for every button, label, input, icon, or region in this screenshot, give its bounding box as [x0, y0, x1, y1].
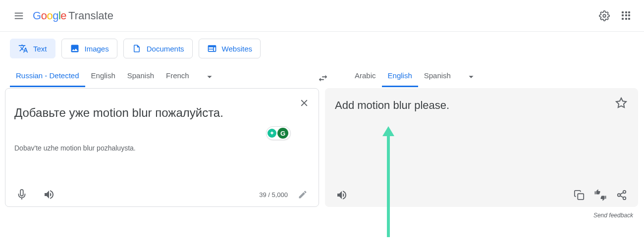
image-icon: [70, 44, 80, 53]
translate-panels: Добавьте уже motion blur пожалуйста. ✦ G…: [0, 87, 644, 207]
target-panel: Add motion blur please.: [325, 88, 638, 207]
grammarly-widget[interactable]: ✦ G: [266, 126, 291, 140]
menu-icon: [13, 10, 24, 21]
svg-rect-6: [578, 194, 584, 200]
microphone-icon: [16, 189, 27, 200]
website-icon: [207, 44, 217, 53]
source-language-bar: Russian - Detected English Spanish Frenc…: [10, 71, 317, 87]
svg-point-7: [623, 191, 626, 194]
copy-translation-button[interactable]: [574, 190, 585, 200]
source-lang-spanish[interactable]: Spanish: [121, 71, 160, 87]
chevron-down-icon: [204, 71, 215, 82]
logo[interactable]: Google Translate: [33, 9, 113, 22]
share-icon: [616, 190, 627, 200]
mode-images-label: Images: [85, 45, 109, 53]
language-selectors: Russian - Detected English Spanish Frenc…: [0, 58, 644, 87]
speaker-icon: [43, 189, 55, 200]
copy-icon: [574, 190, 585, 200]
target-lang-more[interactable]: [466, 72, 477, 86]
listen-source-button[interactable]: [43, 189, 55, 200]
document-icon: [132, 44, 142, 53]
chevron-down-icon: [466, 71, 477, 82]
translate-icon: [18, 44, 28, 53]
grammarly-logo-icon: G: [277, 128, 288, 139]
character-count: 39 / 5,000: [259, 191, 288, 199]
target-footer: [325, 189, 638, 201]
swap-icon: [318, 73, 328, 84]
grammarly-plus-icon: ✦: [268, 129, 276, 138]
speaker-icon: [336, 189, 348, 201]
google-apps-button[interactable]: [616, 6, 636, 26]
svg-line-11: [620, 193, 623, 195]
thumbs-icon: [594, 189, 606, 201]
star-icon: [615, 97, 627, 109]
source-lang-french[interactable]: French: [160, 71, 195, 87]
save-translation-button[interactable]: [615, 97, 627, 109]
apps-grid-icon: [622, 11, 631, 20]
mode-images[interactable]: Images: [61, 39, 117, 58]
target-lang-spanish[interactable]: Spanish: [418, 71, 457, 87]
source-lang-english[interactable]: English: [85, 71, 121, 87]
svg-point-3: [603, 14, 606, 17]
main-menu-button[interactable]: [9, 6, 29, 26]
svg-point-9: [623, 197, 626, 200]
google-logo: Google: [33, 9, 66, 22]
source-lang-detected[interactable]: Russian - Detected: [10, 71, 85, 87]
gear-icon: [599, 10, 610, 21]
target-language-bar: Arabic English Spanish: [349, 71, 477, 87]
swap-languages-button[interactable]: [313, 68, 333, 88]
translation-output: Add motion blur please.: [325, 88, 638, 112]
pencil-icon: [298, 190, 308, 200]
source-panel: Добавьте уже motion blur пожалуйста. ✦ G…: [5, 88, 319, 207]
keyboard-button[interactable]: [298, 190, 308, 200]
listen-target-button[interactable]: [336, 189, 348, 201]
rate-translation-button[interactable]: [594, 189, 606, 201]
settings-button[interactable]: [594, 6, 614, 26]
mode-text[interactable]: Text: [10, 39, 55, 58]
svg-point-8: [618, 194, 621, 197]
mode-documents-label: Documents: [147, 45, 184, 53]
target-lang-arabic[interactable]: Arabic: [349, 71, 382, 87]
header: Google Translate: [0, 0, 644, 32]
mode-text-label: Text: [33, 45, 47, 53]
svg-line-10: [620, 196, 623, 198]
share-translation-button[interactable]: [616, 190, 627, 200]
source-footer: 39 / 5,000: [5, 189, 319, 200]
product-name: Translate: [68, 9, 113, 22]
mode-documents[interactable]: Documents: [123, 39, 193, 58]
mode-tabs: Text Images Documents Websites: [0, 32, 644, 58]
clear-source-button[interactable]: [299, 98, 310, 108]
mode-websites[interactable]: Websites: [199, 39, 261, 58]
close-icon: [299, 98, 310, 108]
svg-marker-5: [616, 98, 626, 107]
target-lang-english[interactable]: English: [382, 71, 418, 87]
send-feedback-link[interactable]: Send feedback: [0, 207, 644, 219]
voice-input-button[interactable]: [16, 189, 27, 200]
mode-websites-label: Websites: [222, 45, 252, 53]
source-lang-more[interactable]: [204, 72, 215, 86]
source-text-input[interactable]: Добавьте уже motion blur пожалуйста.: [5, 89, 319, 121]
